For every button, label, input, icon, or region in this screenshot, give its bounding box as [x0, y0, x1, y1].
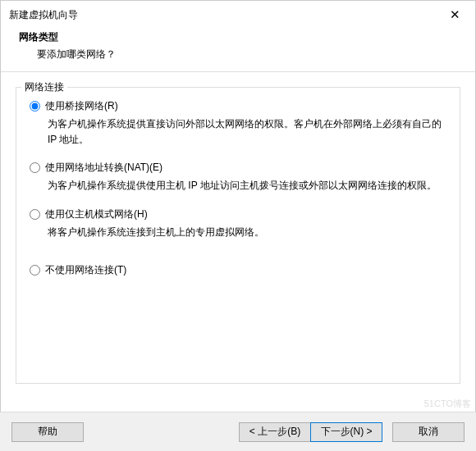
radio-bridged[interactable]: [30, 101, 40, 112]
option-bridged: 使用桥接网络(R) 为客户机操作系统提供直接访问外部以太网网络的权限。客户机在外…: [30, 99, 446, 148]
network-connection-group: 网络连接 使用桥接网络(R) 为客户机操作系统提供直接访问外部以太网网络的权限。…: [16, 87, 460, 384]
back-button[interactable]: < 上一步(B): [239, 422, 311, 442]
title-bar: 新建虚拟机向导 ✕: [1, 1, 475, 25]
page-subtitle: 要添加哪类网络？: [37, 48, 475, 61]
close-icon[interactable]: ✕: [443, 6, 467, 24]
hostonly-description: 将客户机操作系统连接到主机上的专用虚拟网络。: [48, 225, 446, 240]
wizard-footer: 帮助 < 上一步(B) 下一步(N) > 取消: [0, 412, 476, 451]
option-nat: 使用网络地址转换(NAT)(E) 为客户机操作系统提供使用主机 IP 地址访问主…: [30, 161, 446, 194]
next-button[interactable]: 下一步(N) >: [310, 422, 382, 442]
radio-hostonly[interactable]: [30, 209, 40, 220]
nat-description: 为客户机操作系统提供使用主机 IP 地址访问主机拨号连接或外部以太网网络连接的权…: [48, 178, 446, 194]
option-hostonly: 使用仅主机模式网络(H) 将客户机操作系统连接到主机上的专用虚拟网络。: [30, 207, 446, 240]
help-button[interactable]: 帮助: [11, 422, 84, 442]
nav-button-group: < 上一步(B) 下一步(N) >: [239, 422, 382, 442]
option-none: 不使用网络连接(T): [30, 263, 446, 277]
watermark: 51CTO博客: [424, 398, 471, 410]
cancel-button[interactable]: 取消: [392, 422, 465, 442]
radio-bridged-label[interactable]: 使用桥接网络(R): [45, 99, 118, 113]
group-legend: 网络连接: [21, 80, 67, 94]
radio-none-label[interactable]: 不使用网络连接(T): [45, 263, 126, 277]
bridged-description: 为客户机操作系统提供直接访问外部以太网网络的权限。客户机在外部网络上必须有自己的…: [48, 116, 446, 148]
radio-nat[interactable]: [30, 162, 40, 173]
window-title: 新建虚拟机向导: [9, 8, 78, 22]
radio-none[interactable]: [30, 265, 40, 276]
content-area: 网络连接 使用桥接网络(R) 为客户机操作系统提供直接访问外部以太网网络的权限。…: [1, 72, 475, 384]
radio-nat-label[interactable]: 使用网络地址转换(NAT)(E): [45, 161, 162, 175]
radio-hostonly-label[interactable]: 使用仅主机模式网络(H): [45, 207, 148, 221]
wizard-header: 网络类型 要添加哪类网络？: [1, 25, 475, 72]
page-title: 网络类型: [19, 30, 475, 44]
